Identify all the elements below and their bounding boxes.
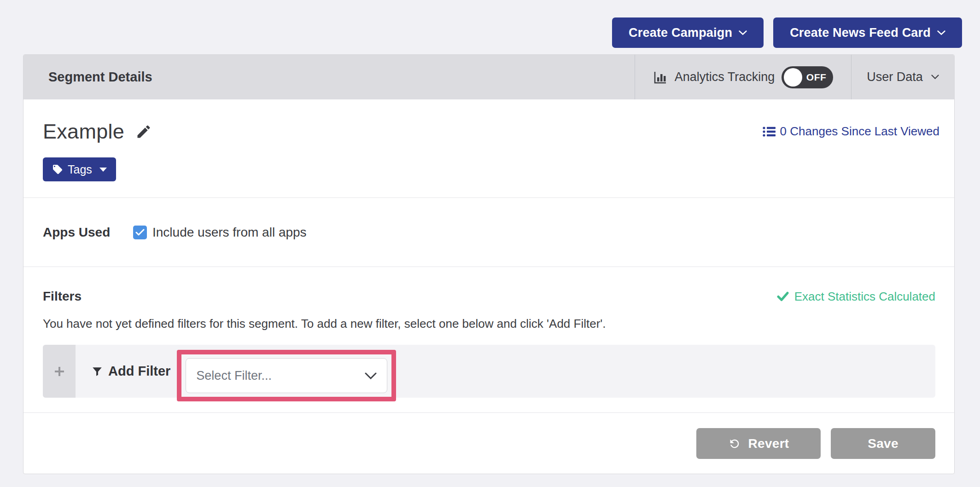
select-filter-highlight: Select Filter...: [177, 350, 396, 401]
filters-section: Filters Exact Statistics Calculated You …: [23, 267, 954, 412]
save-button-label: Save: [868, 436, 898, 451]
add-filter-label: Add Filter: [108, 364, 170, 379]
add-filter-control[interactable]: Add Filter: [91, 345, 170, 398]
include-all-apps-label: Include users from all apps: [152, 225, 307, 240]
analytics-tracking-toggle[interactable]: OFF: [782, 66, 833, 88]
plus-icon: [54, 366, 65, 377]
select-filter-placeholder: Select Filter...: [196, 369, 272, 383]
add-filter-row: Add Filter Select Filter...: [43, 345, 935, 398]
select-filter-dropdown[interactable]: Select Filter...: [186, 358, 387, 393]
exact-statistics-status: Exact Statistics Calculated: [777, 290, 935, 304]
checkmark-icon: [135, 229, 145, 236]
apps-used-section: Apps Used Include users from all apps: [23, 197, 954, 267]
chevron-down-icon: [931, 75, 939, 80]
segment-name: Example: [43, 120, 124, 144]
filters-heading: Filters: [43, 289, 82, 304]
segment-title-section: Example 0 Changes Since Last Viewed Tags: [23, 99, 954, 197]
toggle-state-label: OFF: [806, 72, 827, 83]
funnel-filter-icon: [91, 365, 103, 377]
panel-header: Segment Details Analytics Tracking OFF U…: [23, 55, 954, 99]
include-all-apps-checkbox[interactable]: [133, 226, 147, 239]
tags-button-label: Tags: [68, 163, 92, 176]
chevron-down-icon: [937, 30, 945, 35]
edit-pencil-icon[interactable]: [135, 123, 152, 140]
revert-button[interactable]: Revert: [696, 428, 821, 459]
page-title: Segment Details: [23, 55, 635, 99]
filters-description: You have not yet defined filters for thi…: [43, 317, 935, 331]
panel-footer: Revert Save: [23, 412, 954, 475]
chevron-down-icon: [739, 30, 747, 35]
user-data-dropdown[interactable]: User Data: [851, 55, 954, 99]
chevron-down-icon: [365, 372, 377, 379]
add-filter-plus-button[interactable]: [43, 345, 76, 398]
tag-icon: [52, 164, 63, 175]
toggle-knob: [784, 68, 802, 87]
bar-chart-icon: [653, 70, 668, 85]
exact-statistics-label: Exact Statistics Calculated: [794, 290, 935, 304]
create-news-feed-card-button[interactable]: Create News Feed Card: [773, 17, 962, 48]
analytics-tracking-label: Analytics Tracking: [675, 70, 775, 84]
revert-button-label: Revert: [748, 436, 789, 451]
changes-since-last-viewed-link[interactable]: 0 Changes Since Last Viewed: [763, 124, 939, 139]
analytics-tracking-section: Analytics Tracking OFF: [635, 55, 851, 99]
top-action-bar: Create Campaign Create News Feed Card: [612, 17, 962, 48]
tags-button[interactable]: Tags: [43, 157, 116, 181]
create-campaign-label: Create Campaign: [629, 26, 732, 40]
changes-link-label: 0 Changes Since Last Viewed: [780, 124, 939, 139]
segment-details-panel: Segment Details Analytics Tracking OFF U…: [23, 54, 955, 474]
save-button[interactable]: Save: [831, 428, 935, 459]
check-icon: [777, 291, 789, 301]
revert-undo-icon: [728, 437, 741, 450]
user-data-label: User Data: [867, 70, 923, 84]
create-campaign-button[interactable]: Create Campaign: [612, 17, 764, 48]
apps-used-label: Apps Used: [43, 225, 133, 240]
caret-down-icon: [99, 168, 107, 172]
create-news-feed-card-label: Create News Feed Card: [790, 26, 931, 40]
change-list-icon: [763, 126, 776, 137]
